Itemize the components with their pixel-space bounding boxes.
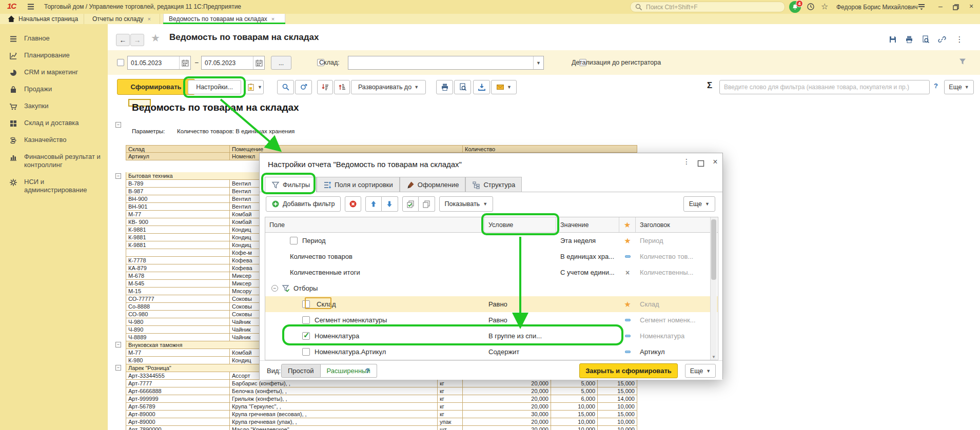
filter-title[interactable]: Период <box>636 233 710 249</box>
move-down-button[interactable] <box>382 196 398 212</box>
column-header-artikul[interactable]: Артикул <box>126 153 230 160</box>
group-collapse-toggle[interactable]: − <box>115 122 121 128</box>
column-header-pomeshenie[interactable]: Помещение <box>230 145 463 153</box>
column-header-znachenie[interactable]: Значение <box>556 217 619 232</box>
close-and-generate-button[interactable]: Закрыть и сформировать <box>579 363 678 378</box>
current-user[interactable]: Федоров Борис Михайлович <box>836 4 918 11</box>
tab-close-icon[interactable]: × <box>271 16 275 22</box>
find-button[interactable] <box>277 80 294 94</box>
forward-button[interactable]: → <box>130 34 144 46</box>
sklad-combo-input[interactable]: ▼ <box>348 56 544 70</box>
report-cell-artikul[interactable]: В-789 <box>126 180 230 188</box>
dialog-tab-4[interactable]: Структура <box>465 177 522 192</box>
report-cell-artikul[interactable]: К-980 <box>126 357 230 364</box>
sidebar-item-4[interactable]: Продажи <box>0 81 108 98</box>
report-cell-nomenklatura[interactable]: Крупа гречневая (весовая), , <box>230 411 438 418</box>
report-cell-qty[interactable]: 10,000 <box>598 426 637 430</box>
filter-checkbox[interactable] <box>302 316 310 324</box>
report-cell-qty[interactable]: 10,000 <box>551 418 598 426</box>
report-variants-button[interactable]: ▼ <box>245 80 264 94</box>
print-icon[interactable] <box>903 34 915 45</box>
filter-row-Номенклатура[interactable]: НоменклатураВ группе из спи...Номенклату… <box>265 328 718 344</box>
dialog-toolbar-more-button[interactable]: Еще ▼ <box>683 196 715 212</box>
report-cell-nomenklatura[interactable]: Грильяж (конфеты), , <box>230 395 438 403</box>
minimize-button[interactable]: – <box>935 2 946 10</box>
quick-filter-input[interactable]: Введите слово для фильтра (название това… <box>719 80 930 94</box>
print-button[interactable] <box>436 80 453 94</box>
report-cell-unit[interactable]: кг <box>438 387 463 395</box>
report-cell-artikul[interactable]: М-678 <box>126 272 230 280</box>
view-simple-button[interactable]: Простой <box>281 364 321 378</box>
report-cell-qty[interactable]: 20,000 <box>463 426 551 430</box>
filter-checkbox[interactable] <box>290 237 298 244</box>
filter-row-Отборы[interactable]: −Отборы <box>265 280 718 296</box>
scrollbar-thumb[interactable] <box>711 219 716 280</box>
report-cell-qty[interactable]: 14,000 <box>598 395 637 403</box>
filter-row-Склад[interactable]: СкладРавно★Склад <box>265 296 718 312</box>
delete-filter-button[interactable] <box>345 196 361 212</box>
group-collapse-toggle[interactable]: − <box>115 365 121 371</box>
report-cell-unit[interactable]: кг <box>438 395 463 403</box>
calendar-icon[interactable] <box>179 56 190 69</box>
report-cell-artikul[interactable]: СО-77777 <box>126 295 230 303</box>
sidebar-item-5[interactable]: Закупки <box>0 98 108 115</box>
report-cell-qty[interactable]: 5,000 <box>551 380 598 387</box>
dialog-tab-2[interactable]: Поля и сортировки <box>317 177 400 192</box>
group-collapse-toggle[interactable]: − <box>115 342 121 347</box>
report-cell-unit[interactable]: упак <box>438 418 463 426</box>
calendar-icon[interactable] <box>253 56 264 69</box>
filter-row-Сегмент номенклатуры[interactable]: Сегмент номенклатурыРавноСегмент номенк.… <box>265 312 718 328</box>
report-cell-qty[interactable]: 15,000 <box>551 411 598 418</box>
filter-value[interactable]: С учетом едини... <box>556 264 619 280</box>
report-cell-qty[interactable]: 6,000 <box>551 395 598 403</box>
filter-checkbox[interactable] <box>302 348 310 356</box>
filter-value[interactable] <box>556 296 619 312</box>
column-header-zagolovok[interactable]: Заголовок <box>636 217 710 232</box>
report-cell-qty[interactable]: 15,000 <box>598 380 637 387</box>
report-cell-unit[interactable]: кг <box>438 380 463 387</box>
service-menu-icon[interactable] <box>917 3 926 11</box>
filters-scrollbar[interactable]: ▼ <box>710 217 717 360</box>
window-tab-1[interactable]: Начальная страница <box>2 14 84 24</box>
preview-button[interactable] <box>454 80 471 94</box>
dialog-close-icon[interactable]: × <box>709 157 721 168</box>
report-cell-unit[interactable]: кг <box>438 411 463 418</box>
column-header-flag-star-icon[interactable]: ★ <box>619 217 636 232</box>
dialog-tab-1[interactable]: Фильтры <box>265 177 317 192</box>
group-collapse-toggle[interactable]: − <box>115 173 121 179</box>
send-email-button[interactable]: ▼ <box>491 80 517 94</box>
sidebar-item-9[interactable]: НСИ и администрирование <box>0 174 108 199</box>
period-checkbox[interactable] <box>117 59 124 66</box>
expand-to-dropdown[interactable]: Разворачивать до ▼ <box>351 80 426 94</box>
dialog-tab-3[interactable]: Оформление <box>400 177 466 192</box>
report-cell-nomenklatura[interactable]: Белочка (конфеты), , <box>230 387 438 395</box>
filter-title[interactable]: Артикул <box>636 344 710 360</box>
report-cell-qty[interactable]: 15,000 <box>598 411 637 418</box>
report-cell-artikul[interactable]: ВН-901 <box>126 203 230 211</box>
close-window-button[interactable]: × <box>966 2 977 10</box>
report-cell-artikul[interactable]: М-77 <box>126 211 230 218</box>
save-file-button[interactable] <box>473 80 490 94</box>
sidebar-item-3[interactable]: CRM и маркетинг <box>0 64 108 81</box>
report-cell-qty[interactable]: 10,000 <box>598 418 637 426</box>
sidebar-item-2[interactable]: Планирование <box>0 47 108 64</box>
sum-sigma-icon[interactable]: Σ <box>707 80 712 91</box>
report-cell-qty[interactable]: 20,000 <box>463 403 551 411</box>
generate-button[interactable]: Сформировать <box>117 79 195 95</box>
select-all-button[interactable] <box>402 196 419 212</box>
find-next-button[interactable] <box>295 80 312 94</box>
collapse-groups-button[interactable] <box>317 80 333 94</box>
dialog-help-link[interactable]: ? <box>365 367 369 375</box>
filter-checkbox[interactable] <box>302 332 310 340</box>
combo-dropdown-button[interactable]: ▼ <box>533 56 543 69</box>
report-cell-artikul[interactable]: Арт-89000 <box>126 418 230 426</box>
get-link-icon[interactable] <box>936 34 948 45</box>
tab-close-icon[interactable]: × <box>147 16 150 22</box>
report-cell-qty[interactable]: 20,000 <box>463 380 551 387</box>
dialog-more-kebab-icon[interactable]: ⋮ <box>680 157 693 168</box>
filter-condition[interactable]: Равно <box>484 296 556 312</box>
filter-title[interactable]: Номенклатура <box>636 328 710 344</box>
column-header-sklad[interactable]: Склад <box>126 145 230 153</box>
dialog-footer-more-button[interactable]: Еще ▼ <box>685 364 716 378</box>
filter-value[interactable]: Эта неделя <box>556 233 619 249</box>
